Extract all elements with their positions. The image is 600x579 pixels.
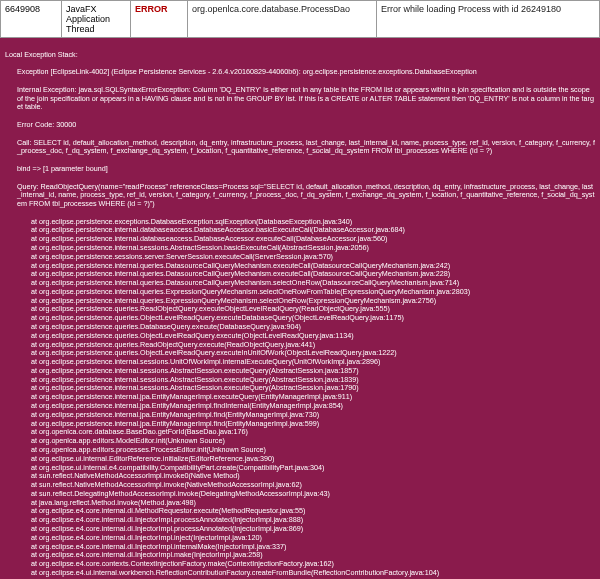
log-thread: JavaFX Application Thread [66, 4, 110, 34]
cell-level: ERROR [131, 1, 188, 38]
stack-call: Call: SELECT id, default_allocation_meth… [5, 139, 595, 157]
stack-exception: Exception [EclipseLink-4002] (Eclipse Pe… [5, 68, 595, 77]
log-logger: org.openlca.core.database.ProcessDao [192, 4, 350, 14]
stack-header: Local Exception Stack: [5, 51, 595, 60]
log-message: Error while loading Process with id 2624… [381, 4, 561, 14]
cell-id: 6649908 [1, 1, 62, 38]
stack-query: Query: ReadObjectQuery(name="readProcess… [5, 183, 595, 209]
stack-error-code: Error Code: 30000 [5, 121, 595, 130]
stack-internal-exception: Internal Exception: java.sql.SQLSyntaxEr… [5, 86, 595, 112]
cell-message: Error while loading Process with id 2624… [377, 1, 600, 38]
log-id: 6649908 [5, 4, 40, 14]
cell-thread: JavaFX Application Thread [62, 1, 131, 38]
stack-bind: bind => [1 parameter bound] [5, 165, 595, 174]
log-row[interactable]: 6649908 JavaFX Application Thread ERROR … [1, 1, 600, 38]
stack-trace[interactable]: Local Exception Stack: Exception [Eclips… [0, 38, 600, 579]
log-level: ERROR [135, 4, 168, 14]
log-table: 6649908 JavaFX Application Thread ERROR … [0, 0, 600, 38]
cell-logger: org.openlca.core.database.ProcessDao [188, 1, 377, 38]
